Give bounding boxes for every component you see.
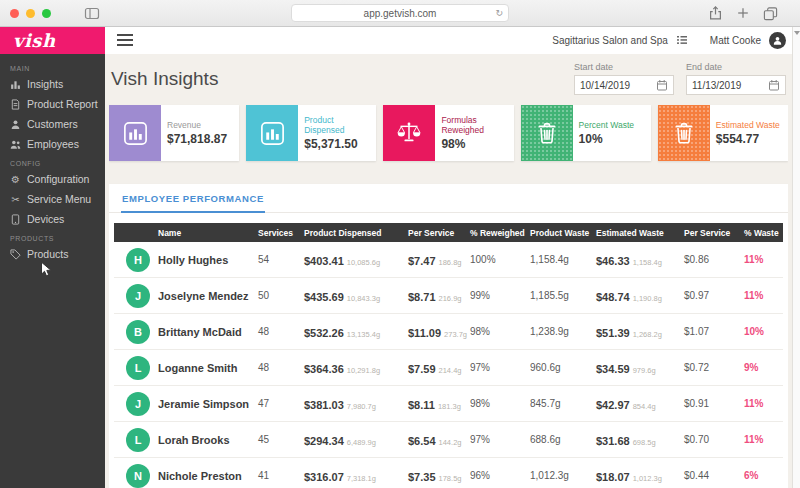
table-row[interactable]: L Lorah Brooks 45 $294.346,489.9g $6.541… bbox=[114, 422, 783, 458]
page-scrollbar[interactable] bbox=[792, 27, 800, 488]
start-date-input[interactable]: 10/14/2019 bbox=[574, 75, 674, 95]
table-row[interactable]: J Joselyne Mendez 50 $435.6910,843.3g $8… bbox=[114, 278, 783, 314]
per-service-cell: $7.47186.8g bbox=[406, 251, 468, 269]
column-header-per-service[interactable]: Per Service bbox=[406, 228, 468, 238]
end-date-input[interactable]: 11/13/2019 bbox=[686, 75, 786, 95]
start-date-label: Start date bbox=[574, 62, 674, 72]
sidebar-item-label: Insights bbox=[27, 78, 63, 90]
column-header-estimated-waste[interactable]: Estimated Waste bbox=[594, 228, 682, 238]
column-header-pct-waste[interactable]: % Waste bbox=[742, 228, 783, 238]
column-header-product-waste[interactable]: Product Waste bbox=[528, 228, 594, 238]
product-waste-cell: 1,012.3g bbox=[528, 470, 594, 481]
person-icon bbox=[10, 119, 21, 130]
nav-section-main: MAIN bbox=[0, 59, 105, 74]
sidebar-item-product-report[interactable]: Product Report bbox=[0, 94, 105, 114]
services-count: 41 bbox=[256, 470, 302, 481]
tab-employee-performance[interactable]: EMPLOYEE PERFORMANCE bbox=[121, 185, 265, 213]
kpi-card-revenue: Revenue $71,818.87 bbox=[109, 105, 239, 161]
reweighed-cell: 98% bbox=[468, 326, 528, 337]
product-dispensed-cell: $364.3610,291.8g bbox=[302, 359, 406, 377]
hamburger-menu-icon[interactable] bbox=[117, 32, 133, 50]
table-row[interactable]: B Brittany McDaid 48 $532.2613,135.4g $1… bbox=[114, 314, 783, 350]
employee-table: Name Services Product Dispensed Per Serv… bbox=[109, 213, 788, 488]
sidebar-item-configuration[interactable]: ⚙ Configuration bbox=[0, 169, 105, 189]
date-range: Start date 10/14/2019 End date 11/13/201… bbox=[574, 62, 786, 95]
sidebar-item-insights[interactable]: Insights bbox=[0, 74, 105, 94]
employee-avatar: L bbox=[126, 356, 150, 380]
product-dispensed-cell: $435.6910,843.3g bbox=[302, 287, 406, 305]
sidebar-item-service-menu[interactable]: ✂ Service Menu bbox=[0, 189, 105, 209]
salon-selector[interactable]: Sagittarius Salon and Spa bbox=[552, 35, 668, 46]
product-waste-cell: 1,158.4g bbox=[528, 254, 594, 265]
table-row[interactable]: N Nichole Preston 41 $316.077,318.1g $7.… bbox=[114, 458, 783, 488]
share-icon[interactable] bbox=[708, 5, 723, 25]
kpi-label: Percent Waste bbox=[579, 120, 634, 130]
document-icon bbox=[10, 99, 21, 110]
waste-per-service-cell: $0.44 bbox=[682, 470, 742, 481]
url-text: app.getvish.com bbox=[364, 8, 437, 19]
sidebar-item-customers[interactable]: Customers bbox=[0, 114, 105, 134]
sidebar-nav: MAIN Insights Product Report Customers E… bbox=[0, 54, 105, 264]
people-icon bbox=[10, 139, 21, 150]
product-dispensed-cell: $381.037,980.7g bbox=[302, 395, 406, 413]
reweighed-cell: 97% bbox=[468, 362, 528, 373]
person-icon bbox=[772, 35, 783, 46]
column-header-services[interactable]: Services bbox=[256, 228, 302, 238]
app-topbar: Sagittarius Salon and Spa Matt Cooke bbox=[105, 27, 800, 54]
user-avatar[interactable] bbox=[769, 32, 786, 49]
scroll-down-icon bbox=[794, 31, 800, 35]
table-row[interactable]: H Holly Hughes 54 $403.4110,085.6g $7.47… bbox=[114, 242, 783, 278]
sidebar-item-devices[interactable]: Devices bbox=[0, 209, 105, 229]
reweighed-cell: 96% bbox=[468, 470, 528, 481]
employee-avatar: J bbox=[126, 284, 150, 308]
column-header-reweighed[interactable]: % Reweighed bbox=[468, 228, 528, 238]
kpi-label: Formulas Reweighed bbox=[441, 115, 507, 135]
column-header-per-service-2[interactable]: Per Service bbox=[682, 228, 742, 238]
trash-icon bbox=[521, 105, 573, 161]
table-row[interactable]: J Jeramie Simpson 47 $381.037,980.7g $8.… bbox=[114, 386, 783, 422]
sidebar-item-label: Employees bbox=[27, 138, 79, 150]
product-waste-cell: 1,185.5g bbox=[528, 290, 594, 301]
window-minimize-button[interactable] bbox=[26, 9, 35, 18]
sidebar-item-products[interactable]: Products bbox=[0, 244, 105, 264]
kpi-label: Revenue bbox=[167, 120, 227, 130]
page-content: Vish Insights Start date 10/14/2019 End … bbox=[109, 54, 788, 488]
kpi-value: 98% bbox=[441, 137, 507, 151]
kpi-label: Product Dispensed bbox=[304, 115, 370, 135]
per-service-cell: $7.35178.5g bbox=[406, 467, 468, 485]
product-dispensed-cell: $403.4110,085.6g bbox=[302, 251, 406, 269]
employee-name: Nichole Preston bbox=[156, 470, 256, 482]
employee-avatar: H bbox=[126, 248, 150, 272]
browser-sidebar-toggle-icon[interactable] bbox=[84, 6, 100, 25]
column-header-product-dispensed[interactable]: Product Dispensed bbox=[302, 228, 406, 238]
browser-chrome: app.getvish.com ↻ bbox=[0, 0, 800, 27]
nav-section-config: CONFIG bbox=[0, 154, 105, 169]
window-zoom-button[interactable] bbox=[42, 9, 51, 18]
sidebar-item-label: Product Report bbox=[27, 98, 98, 110]
window-controls bbox=[10, 9, 51, 18]
user-menu[interactable]: Matt Cooke bbox=[710, 35, 761, 46]
table-row[interactable]: L Loganne Smith 48 $364.3610,291.8g $7.5… bbox=[114, 350, 783, 386]
salon-list-icon[interactable] bbox=[676, 32, 688, 50]
end-date-label: End date bbox=[686, 62, 786, 72]
new-tab-icon[interactable] bbox=[736, 6, 750, 24]
tablet-icon bbox=[10, 214, 21, 225]
table-body: H Holly Hughes 54 $403.4110,085.6g $7.47… bbox=[114, 242, 783, 488]
refresh-icon[interactable]: ↻ bbox=[495, 8, 503, 18]
product-dispensed-cell: $316.077,318.1g bbox=[302, 467, 406, 485]
product-waste-cell: 845.7g bbox=[528, 398, 594, 409]
main-area: Sagittarius Salon and Spa Matt Cooke Vis… bbox=[105, 27, 800, 488]
window-close-button[interactable] bbox=[10, 9, 19, 18]
address-bar[interactable]: app.getvish.com ↻ bbox=[291, 4, 509, 22]
tab-overview-icon[interactable] bbox=[763, 6, 778, 25]
bar-chart-icon bbox=[246, 105, 298, 161]
kpi-label: Estimated Waste bbox=[716, 120, 780, 130]
employee-name: Jeramie Simpson bbox=[156, 398, 256, 410]
sidebar-item-employees[interactable]: Employees bbox=[0, 134, 105, 154]
start-date-value: 10/14/2019 bbox=[580, 80, 630, 91]
column-header-name[interactable]: Name bbox=[156, 228, 256, 238]
bar-chart-icon bbox=[109, 105, 161, 161]
app-logo: vish bbox=[0, 27, 105, 54]
estimated-waste-cell: $31.68698.5g bbox=[594, 431, 682, 449]
tag-icon bbox=[10, 249, 21, 260]
